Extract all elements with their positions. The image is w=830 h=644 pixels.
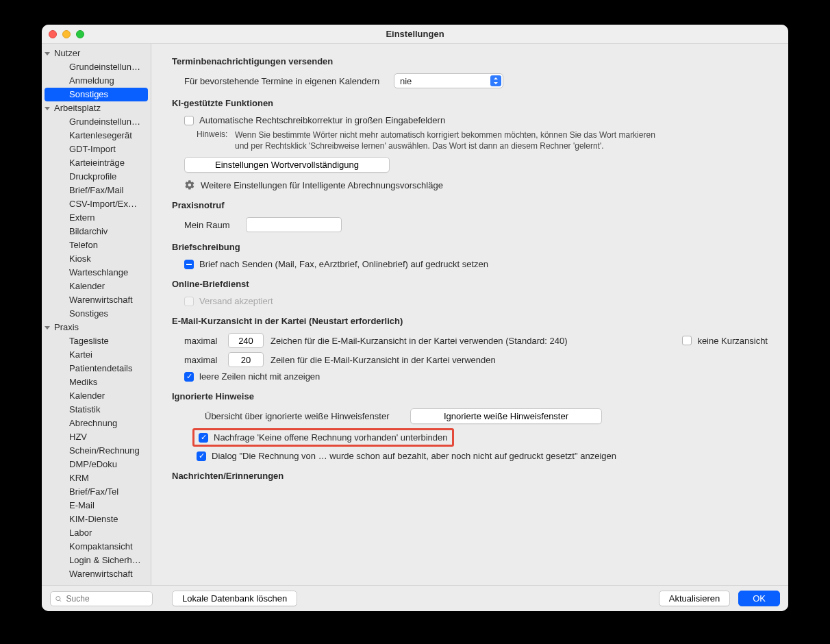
sidebar-item[interactable]: Karteieinträge bbox=[42, 156, 151, 170]
preferences-window: Einstellungen NutzerGrundeinstellun…Anme… bbox=[42, 25, 788, 611]
sidebar-item[interactable]: Extern bbox=[42, 211, 151, 225]
spellcheck-label: Automatische Rechtschreibkorrektur in gr… bbox=[199, 115, 445, 125]
sidebar-item[interactable]: Kartenlesegerät bbox=[42, 129, 151, 143]
max-lines-label: maximal bbox=[184, 355, 221, 365]
my-room-input[interactable] bbox=[246, 217, 342, 232]
window-title: Einstellungen bbox=[386, 29, 444, 39]
section-ai: KI-gestützte Funktionen bbox=[172, 98, 768, 108]
search-input[interactable] bbox=[66, 594, 148, 604]
sidebar-item[interactable]: Labor bbox=[42, 526, 151, 540]
search-field[interactable] bbox=[50, 591, 153, 606]
sidebar-item[interactable]: Sonstiges bbox=[42, 307, 151, 321]
content-pane: Terminbenachrichtigungen versenden Für b… bbox=[151, 44, 788, 585]
word-completion-settings-button[interactable]: Einstellungen Wortvervollständigung bbox=[184, 157, 390, 173]
mark-printed-checkbox[interactable] bbox=[184, 260, 194, 269]
sidebar-item[interactable]: Bildarchiv bbox=[42, 225, 151, 238]
show-paid-dialog-label: Dialog "Die Rechnung von … wurde schon a… bbox=[212, 451, 616, 461]
hint-text: Wenn Sie bestimmte Wörter nicht mehr aut… bbox=[235, 129, 659, 151]
max-chars-label: maximal bbox=[184, 336, 221, 346]
no-preview-checkbox[interactable] bbox=[682, 336, 692, 345]
select-value: nie bbox=[400, 76, 412, 86]
search-icon bbox=[55, 595, 62, 603]
notification-frequency-select[interactable]: nie bbox=[394, 73, 503, 88]
shipping-accepted-label: Versand akzeptiert bbox=[199, 296, 273, 306]
hint-label: Hinweis: bbox=[197, 129, 228, 151]
sidebar-item[interactable]: HZV bbox=[42, 430, 151, 444]
billing-suggestions-label: Weitere Einstellungen für Intelligente A… bbox=[201, 180, 443, 190]
sidebar-item[interactable]: Anmeldung bbox=[42, 74, 151, 88]
sidebar-item[interactable]: CSV-Import/Ex… bbox=[42, 197, 151, 211]
minimize-icon[interactable] bbox=[62, 30, 71, 38]
shipping-accepted-checkbox bbox=[184, 297, 194, 306]
gear-icon[interactable] bbox=[184, 179, 195, 190]
traffic-lights bbox=[49, 30, 84, 38]
section-online-letter: Online-Briefdienst bbox=[172, 279, 768, 289]
no-preview-label: keine Kurzansicht bbox=[697, 336, 768, 346]
section-letter: Briefschreibung bbox=[172, 242, 768, 252]
sidebar-item[interactable]: Grundeinstellun… bbox=[42, 115, 151, 129]
hide-empty-lines-checkbox[interactable] bbox=[184, 372, 194, 382]
max-lines-text: Zeilen für die E-Mail-Kurzansicht in der… bbox=[271, 355, 496, 365]
section-ignored-hints: Ignorierte Hinweise bbox=[172, 391, 768, 401]
sidebar-item[interactable]: KRM bbox=[42, 471, 151, 485]
sidebar-item[interactable]: Grundeinstellun… bbox=[42, 60, 151, 74]
my-room-label: Mein Raum bbox=[184, 220, 239, 230]
svg-line-1 bbox=[60, 600, 61, 602]
sidebar-item[interactable]: Statistik bbox=[42, 403, 151, 417]
sidebar-item[interactable]: Kalender bbox=[42, 280, 151, 293]
sidebar-item[interactable]: Abrechnung bbox=[42, 417, 151, 430]
sidebar-group[interactable]: Praxis bbox=[42, 321, 151, 334]
sidebar-item[interactable]: Login & Sicherh… bbox=[42, 554, 151, 567]
spellcheck-checkbox[interactable] bbox=[184, 116, 194, 125]
highlighted-option: Nachfrage 'Keine offene Rechnung vorhand… bbox=[192, 428, 454, 447]
sidebar-item[interactable]: Kiosk bbox=[42, 252, 151, 266]
mark-printed-label: Brief nach Senden (Mail, Fax, eArztbrief… bbox=[199, 259, 488, 269]
sidebar-item[interactable]: Kartei bbox=[42, 348, 151, 362]
sidebar-item[interactable]: GDT-Import bbox=[42, 143, 151, 156]
sidebar-item[interactable]: Telefon bbox=[42, 238, 151, 252]
sidebar-item[interactable]: Kompaktansicht bbox=[42, 540, 151, 554]
refresh-button[interactable]: Aktualisieren bbox=[659, 591, 730, 606]
sidebar-item[interactable]: Patientendetails bbox=[42, 362, 151, 375]
section-notifications: Terminbenachrichtigungen versenden bbox=[172, 56, 768, 66]
sidebar-item[interactable]: Schein/Rechnung bbox=[42, 444, 151, 458]
sidebar-item[interactable]: Sonstiges bbox=[45, 88, 148, 101]
section-emergency: Praxisnotruf bbox=[172, 200, 768, 210]
sidebar-group[interactable]: Nutzer bbox=[42, 47, 151, 60]
sidebar-item[interactable]: KIM-Dienste bbox=[42, 512, 151, 526]
close-icon[interactable] bbox=[49, 30, 57, 38]
svg-point-0 bbox=[56, 596, 60, 600]
section-messages: Nachrichten/Erinnerungen bbox=[172, 471, 768, 481]
sidebar-item[interactable]: Warenwirtschaft bbox=[42, 567, 151, 581]
ignored-hints-button[interactable]: Ignorierte weiße Hinweisfenster bbox=[410, 408, 602, 424]
sidebar-item[interactable]: Warteschlange bbox=[42, 266, 151, 280]
sidebar-item[interactable]: DMP/eDoku bbox=[42, 458, 151, 471]
max-chars-input[interactable] bbox=[228, 333, 264, 348]
suppress-no-invoice-label: Nachfrage 'Keine offene Rechnung vorhand… bbox=[214, 432, 448, 443]
sidebar-item[interactable]: Mediks bbox=[42, 375, 151, 389]
titlebar: Einstellungen bbox=[42, 25, 788, 44]
upcoming-appts-label: Für bevorstehende Termine in eigenen Kal… bbox=[184, 76, 387, 86]
sidebar-item[interactable]: Brief/Fax/Tel bbox=[42, 485, 151, 499]
max-chars-text: Zeichen für die E-Mail-Kurzansicht in de… bbox=[271, 336, 568, 346]
sidebar-item[interactable]: E-Mail bbox=[42, 499, 151, 512]
hide-empty-lines-label: leere Zeilen nicht mit anzeigen bbox=[199, 371, 320, 382]
sidebar-item[interactable]: Druckprofile bbox=[42, 170, 151, 184]
max-lines-input[interactable] bbox=[228, 352, 264, 367]
ok-button[interactable]: OK bbox=[738, 591, 780, 606]
ignored-overview-label: Übersicht über ignorierte weiße Hinweisf… bbox=[205, 411, 403, 421]
sidebar-item[interactable]: Tagesliste bbox=[42, 334, 151, 348]
sidebar-item[interactable]: Warenwirtschaft bbox=[42, 293, 151, 307]
chevron-updown-icon bbox=[490, 75, 501, 86]
delete-local-db-button[interactable]: Lokale Datenbank löschen bbox=[172, 591, 297, 606]
sidebar[interactable]: NutzerGrundeinstellun…AnmeldungSonstiges… bbox=[42, 44, 151, 585]
sidebar-item[interactable]: Kalender bbox=[42, 389, 151, 403]
zoom-icon[interactable] bbox=[76, 30, 84, 38]
footer: Lokale Datenbank löschen Aktualisieren O… bbox=[42, 585, 788, 611]
sidebar-group[interactable]: Arbeitsplatz bbox=[42, 101, 151, 115]
section-email-preview: E-Mail-Kurzansicht in der Kartei (Neusta… bbox=[172, 316, 768, 326]
sidebar-item[interactable]: Brief/Fax/Mail bbox=[42, 184, 151, 197]
show-paid-dialog-checkbox[interactable] bbox=[197, 451, 206, 461]
suppress-no-invoice-checkbox[interactable] bbox=[199, 433, 208, 443]
